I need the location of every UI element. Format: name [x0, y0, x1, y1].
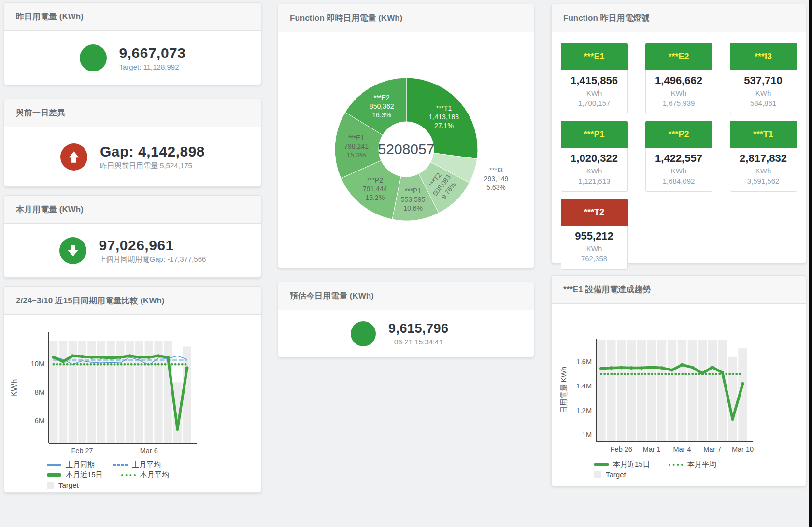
y-tick-label: 10M	[31, 360, 44, 368]
legend-swatch-green-dot-icon	[669, 464, 683, 466]
tile-unit: KWh	[648, 167, 710, 175]
series-point	[681, 363, 684, 367]
y-tick-label: 1M	[582, 431, 592, 439]
month-usage-value: 97,026,961	[99, 237, 206, 254]
series-point	[660, 366, 664, 370]
tile-unit: KWh	[648, 89, 710, 97]
tile-value: 1,020,322	[563, 152, 626, 165]
legend-label: Target	[58, 481, 79, 489]
legend-label: Target	[606, 470, 626, 479]
donut-chart: ***T11,413,18327.1%***I3293,1495.63%***T…	[294, 37, 518, 261]
target-bar	[678, 340, 686, 441]
y-tick-label: 8M	[35, 388, 44, 396]
tile-target: 1,684,092	[648, 177, 710, 185]
screen-right-edge	[809, 0, 812, 527]
series-point	[166, 356, 170, 359]
legend-label: 上月同期	[66, 460, 95, 470]
x-tick-label: Mar 6	[140, 447, 158, 455]
status-tile-I3: ***I3537,710KWh584,861	[730, 43, 797, 114]
tile-unit: KWh	[563, 167, 626, 175]
series-point	[711, 366, 714, 369]
legend-row: Target	[47, 480, 261, 490]
x-tick-label: Mar 10	[732, 445, 754, 453]
legend-label: 本月平均	[687, 460, 716, 469]
tiles-grid: ***E11,415,856KWh1,700,157***E21,496,662…	[552, 32, 806, 270]
tile-value: 2,817,832	[732, 152, 795, 165]
series-point	[90, 356, 93, 359]
donut-center-total: 5208057	[378, 141, 434, 157]
tile-body: 537,710KWh584,861	[730, 70, 797, 114]
y-tick-label: 1.4M	[576, 382, 592, 390]
legend-swatch-green-line-icon	[47, 473, 61, 477]
target-bar	[708, 340, 717, 441]
x-tick-label: Feb 26	[611, 445, 632, 453]
status-tile-E2: ***E21,496,662KWh1,675,939	[645, 43, 712, 114]
y-axis-label: KWh	[10, 379, 19, 397]
stat-body: 97,026,961 上個月同期用電Gap: -17,377,566	[4, 224, 261, 277]
x-tick-label: Mar 1	[643, 445, 661, 453]
target-bar	[597, 340, 605, 441]
chart-area: 1M1.2M1.4M1.6MFeb 26Mar 1Mar 4Mar 7Mar 1…	[552, 333, 806, 480]
tile-header: ***T1	[730, 121, 797, 148]
day-gap-value: Gap: 4,142,898	[100, 143, 205, 160]
tile-header: ***P1	[561, 121, 628, 148]
target-bar	[698, 340, 707, 441]
yesterday-usage-value: 9,667,073	[119, 45, 186, 61]
green-status-circle-icon	[80, 44, 107, 71]
estimate-value: 9,615,796	[388, 321, 449, 336]
legend-swatch-green-line-icon	[594, 463, 609, 466]
tile-value: 1,422,557	[648, 152, 710, 165]
series-point	[147, 356, 151, 359]
tile-target: 3,591,562	[732, 177, 795, 185]
panel-15day-compare-chart: 2/24~3/10 近15日同期用電量比較 (KWh) 6M8M10MFeb 2…	[4, 286, 261, 493]
dashboard-page: 昨日用電量 (KWh) 9,667,073 Target: 11,128,992…	[0, 0, 812, 527]
legend-row: 上月同期上月平均	[47, 460, 261, 470]
panel-title: 預估今日用電量 (KWh)	[278, 282, 534, 310]
legend-row: 本月近15日本月平均	[594, 459, 806, 470]
tile-body: 2,817,832KWh3,591,562	[730, 148, 797, 192]
status-tile-P2: ***P21,422,557KWh1,684,092	[645, 121, 712, 192]
status-tile-T1: ***T12,817,832KWh3,591,562	[730, 121, 797, 192]
tile-body: 955,212KWh762,358	[561, 226, 628, 270]
tile-target: 1,675,939	[648, 99, 710, 107]
target-bar	[627, 340, 636, 441]
tile-target: 762,358	[563, 255, 626, 263]
panel-yesterday-usage: 昨日用電量 (KWh) 9,667,073 Target: 11,128,992	[4, 2, 261, 85]
tile-header: ***E2	[645, 43, 712, 70]
tile-header: ***P2	[645, 121, 712, 148]
tile-target: 1,121,613	[563, 177, 626, 185]
target-bar	[657, 340, 666, 441]
legend-item: 本月平均	[669, 460, 716, 469]
panel-e1-trend-chart: ***E1 設備用電達成趨勢 1M1.2M1.4M1.6MFeb 26Mar 1…	[551, 275, 806, 486]
series-point	[670, 369, 674, 372]
panel-realtime-donut: Function 即時日用電量 (KWh) ***T11,413,18327.1…	[278, 4, 534, 268]
legend-row: Target	[594, 470, 806, 480]
series-point	[700, 372, 704, 375]
series-point	[620, 366, 623, 370]
series-point	[81, 355, 84, 358]
tile-value: 1,415,856	[563, 74, 626, 87]
legend-swatch-gray-sq-icon	[594, 471, 601, 478]
stat-body: 9,667,073 Target: 11,128,992	[4, 31, 261, 85]
series-point	[690, 366, 694, 369]
series-point	[71, 354, 74, 357]
tile-value: 1,496,662	[648, 74, 710, 87]
legend-item: 本月近15日	[47, 470, 103, 480]
tile-target: 584,861	[732, 99, 795, 107]
y-tick-label: 6M	[35, 417, 44, 425]
legend-swatch-green-dot-icon	[121, 474, 136, 476]
legend-swatch-blue-dash-icon	[113, 464, 128, 466]
target-bar	[668, 340, 676, 441]
up-arrow-icon	[60, 143, 87, 171]
panel-day-gap: 與前一日差異 Gap: 4,142,898 昨日與前日用電量 5,524,175	[4, 99, 261, 187]
legend-label: 本月近15日	[66, 470, 103, 480]
target-bar	[637, 340, 646, 441]
y-tick-label: 1.6M	[576, 358, 592, 366]
series-point	[630, 366, 633, 370]
series-point	[109, 356, 113, 360]
series-point	[61, 360, 65, 363]
status-tile-E1: ***E11,415,856KWh1,700,157	[561, 43, 628, 114]
series-point	[185, 366, 189, 370]
tile-unit: KWh	[563, 244, 626, 253]
month-usage-gap: 上個月同期用電Gap: -17,377,566	[99, 255, 206, 264]
